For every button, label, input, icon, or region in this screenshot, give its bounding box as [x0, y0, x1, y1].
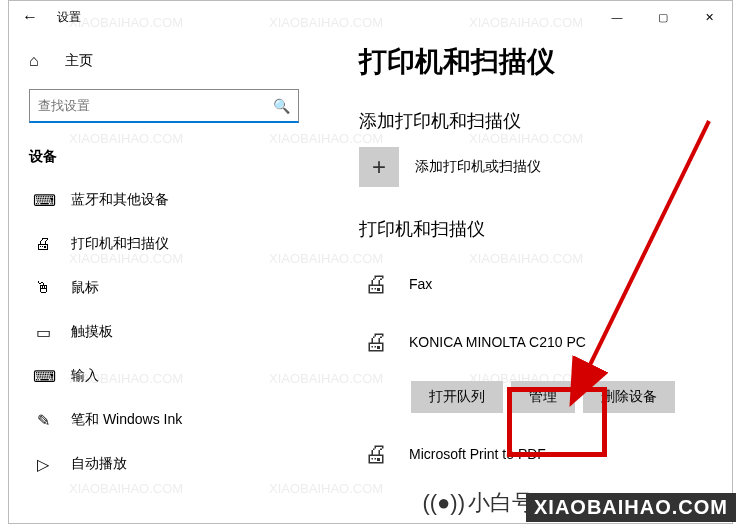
device-name: Microsoft Print to PDF: [409, 446, 546, 462]
window-title: 设置: [57, 9, 81, 26]
sidebar: ⌂ 主页 🔍 设备 ⌨蓝牙和其他设备 🖨打印机和扫描仪 🖱鼠标 ▭触摸板 ⌨输入…: [9, 33, 329, 523]
sidebar-item-label: 打印机和扫描仪: [71, 235, 169, 253]
home-link[interactable]: ⌂ 主页: [29, 41, 309, 81]
maximize-button[interactable]: ▢: [640, 1, 686, 33]
printer-icon: 🖨: [361, 440, 391, 468]
sidebar-item-mouse[interactable]: 🖱鼠标: [29, 266, 309, 310]
device-fax[interactable]: 🖨 Fax: [359, 255, 702, 313]
sidebar-item-label: 自动播放: [71, 455, 127, 473]
printer-icon: 🖨: [361, 270, 391, 298]
manage-button[interactable]: 管理: [511, 381, 575, 413]
sidebar-item-autoplay[interactable]: ▷自动播放: [29, 442, 309, 486]
sidebar-item-label: 蓝牙和其他设备: [71, 191, 169, 209]
close-button[interactable]: ✕: [686, 1, 732, 33]
add-printer-label: 添加打印机或扫描仪: [415, 158, 541, 176]
sidebar-item-label: 输入: [71, 367, 99, 385]
search-input[interactable]: [38, 98, 273, 113]
sidebar-item-typing[interactable]: ⌨输入: [29, 354, 309, 398]
autoplay-icon: ▷: [33, 455, 53, 474]
back-button[interactable]: ←: [15, 2, 45, 32]
sidebar-item-label: 笔和 Windows Ink: [71, 411, 182, 429]
search-icon: 🔍: [273, 98, 290, 114]
device-name: KONICA MINOLTA C210 PC: [409, 334, 586, 350]
page-title: 打印机和扫描仪: [359, 43, 702, 81]
search-box[interactable]: 🔍: [29, 89, 299, 123]
open-queue-button[interactable]: 打开队列: [411, 381, 503, 413]
mouse-icon: 🖱: [33, 279, 53, 297]
device-mspdf[interactable]: 🖨 Microsoft Print to PDF: [359, 425, 702, 483]
add-printer-row[interactable]: + 添加打印机或扫描仪: [359, 147, 702, 187]
device-name: Fax: [409, 276, 432, 292]
add-section-heading: 添加打印机和扫描仪: [359, 109, 702, 133]
minimize-button[interactable]: —: [594, 1, 640, 33]
sidebar-item-printers[interactable]: 🖨打印机和扫描仪: [29, 222, 309, 266]
sidebar-item-touchpad[interactable]: ▭触摸板: [29, 310, 309, 354]
sidebar-item-bluetooth[interactable]: ⌨蓝牙和其他设备: [29, 178, 309, 222]
sidebar-item-label: 触摸板: [71, 323, 113, 341]
bluetooth-icon: ⌨: [33, 191, 53, 210]
remove-device-button[interactable]: 删除设备: [583, 381, 675, 413]
device-konica[interactable]: 🖨 KONICA MINOLTA C210 PC: [359, 313, 702, 371]
watermark-logo: ((●))小白号: [422, 488, 534, 518]
printer-icon: 🖨: [361, 328, 391, 356]
keyboard-icon: ⌨: [33, 367, 53, 386]
pen-icon: ✎: [33, 411, 53, 430]
sidebar-item-pen[interactable]: ✎笔和 Windows Ink: [29, 398, 309, 442]
watermark-text: XIAOBAIHAO.COM: [526, 493, 736, 522]
home-label: 主页: [65, 52, 93, 70]
plus-icon: +: [359, 147, 399, 187]
home-icon: ⌂: [29, 52, 47, 70]
touchpad-icon: ▭: [33, 323, 53, 342]
sidebar-item-label: 鼠标: [71, 279, 99, 297]
back-icon: ←: [22, 8, 38, 26]
section-heading: 设备: [29, 148, 309, 166]
list-section-heading: 打印机和扫描仪: [359, 217, 702, 241]
printer-icon: 🖨: [33, 235, 53, 253]
main-content: 打印机和扫描仪 添加打印机和扫描仪 + 添加打印机或扫描仪 打印机和扫描仪 🖨 …: [329, 33, 732, 523]
